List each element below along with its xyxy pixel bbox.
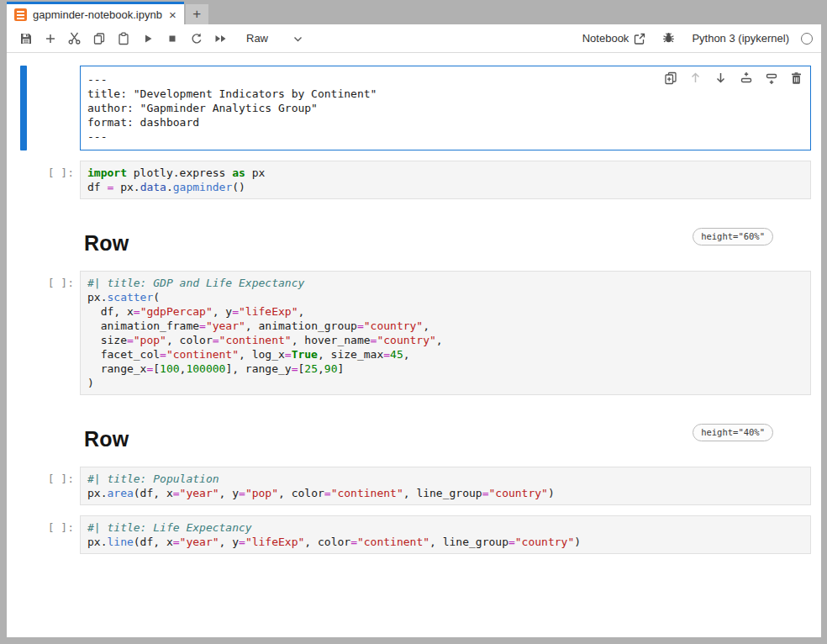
markdown-row-2[interactable]: Row height="40%" [7, 405, 821, 467]
cell-prompt: [ ]: [7, 515, 80, 554]
cell-code-scatter: [ ]: #| title: GDP and Life Expectancypx… [7, 271, 811, 395]
cell-type-dropdown[interactable]: Raw [246, 32, 303, 45]
cell-code-imports: [ ]: import plotly.express as pxdf = px.… [7, 161, 811, 199]
run-cell-button[interactable] [135, 28, 160, 50]
kernel-status-icon[interactable] [801, 33, 813, 45]
interrupt-kernel-button[interactable] [160, 28, 184, 50]
notebook-scroll-area: ---title: "Development Indicators by Con… [7, 54, 821, 637]
markdown-row-1[interactable]: Row height="60%" [7, 209, 821, 271]
code-cell-editor[interactable]: #| title: GDP and Life Expectancypx.scat… [80, 271, 811, 395]
run-icon [141, 32, 155, 45]
active-cell-collapser[interactable] [20, 66, 27, 150]
cut-cells-button[interactable] [62, 28, 87, 50]
move-cell-down-icon[interactable] [714, 71, 728, 85]
notebook-external-link[interactable]: Notebook [582, 32, 646, 45]
duplicate-cell-icon[interactable] [663, 71, 677, 85]
cell-type-value: Raw [246, 32, 268, 45]
tab-gapminder-notebook[interactable]: gapminder-notebook.ipynb × [7, 2, 184, 24]
save-button[interactable] [13, 28, 38, 50]
insert-cell-below-icon[interactable] [764, 71, 778, 85]
copy-cells-button[interactable] [87, 28, 111, 50]
cell-prompt: [ ]: [7, 467, 80, 505]
move-cell-up-icon[interactable] [688, 71, 703, 85]
code-cell-editor[interactable]: #| title: Populationpx.area(df, x="year"… [80, 467, 811, 505]
restart-kernel-button[interactable] [184, 28, 208, 50]
tab-title: gapminder-notebook.ipynb [33, 8, 162, 21]
cell-code-area: [ ]: #| title: Populationpx.area(df, x="… [7, 467, 811, 505]
external-link-icon [634, 33, 645, 45]
kernel-name[interactable]: Python 3 (ipykernel) [692, 32, 789, 45]
copy-icon [92, 32, 106, 45]
tab-close-icon[interactable]: × [168, 8, 177, 21]
code-cell-editor[interactable]: #| title: Life Expectancypx.line(df, x="… [80, 515, 811, 554]
raw-cell-editor[interactable]: ---title: "Development Indicators by Con… [80, 66, 811, 150]
plus-icon [44, 32, 57, 45]
save-icon [19, 32, 33, 45]
restart-icon [190, 32, 203, 45]
notebook-label: Notebook [582, 32, 629, 45]
chevron-down-icon [293, 32, 303, 45]
insert-cell-button[interactable] [38, 28, 62, 50]
height-badge: height="60%" [693, 228, 773, 245]
paste-cells-button[interactable] [111, 28, 135, 50]
code-cell-editor[interactable]: import plotly.express as pxdf = px.data.… [80, 161, 811, 199]
stop-icon [166, 32, 179, 45]
insert-cell-above-icon[interactable] [739, 71, 753, 85]
run-all-button[interactable] [208, 28, 233, 50]
cell-prompt: [ ]: [7, 161, 80, 199]
fast-forward-icon [213, 32, 228, 45]
cell-code-line: [ ]: #| title: Life Expectancypx.line(df… [7, 515, 811, 554]
clipboard-icon [117, 32, 130, 45]
cell-prompt [7, 66, 80, 150]
debugger-bug-icon[interactable] [662, 31, 675, 46]
cell-action-toolbar [663, 71, 803, 85]
new-tab-button[interactable]: + [186, 4, 208, 24]
notebook-toolbar: Raw Notebook Python 3 (ipykernel) [7, 24, 821, 53]
toolbar-right: Notebook Python 3 (ipykernel) [582, 31, 813, 46]
delete-cell-icon[interactable] [789, 71, 803, 85]
cell-prompt: [ ]: [7, 271, 80, 395]
cell-raw-frontmatter: ---title: "Development Indicators by Con… [7, 66, 811, 150]
tab-bar: gapminder-notebook.ipynb × + [0, 0, 827, 24]
height-badge: height="40%" [693, 424, 773, 441]
notebook-file-icon [14, 8, 27, 21]
scissors-icon [67, 31, 82, 45]
jupyterlab-window: gapminder-notebook.ipynb × + [0, 0, 827, 644]
notebook-panel: Raw Notebook Python 3 (ipykernel) [7, 24, 821, 637]
